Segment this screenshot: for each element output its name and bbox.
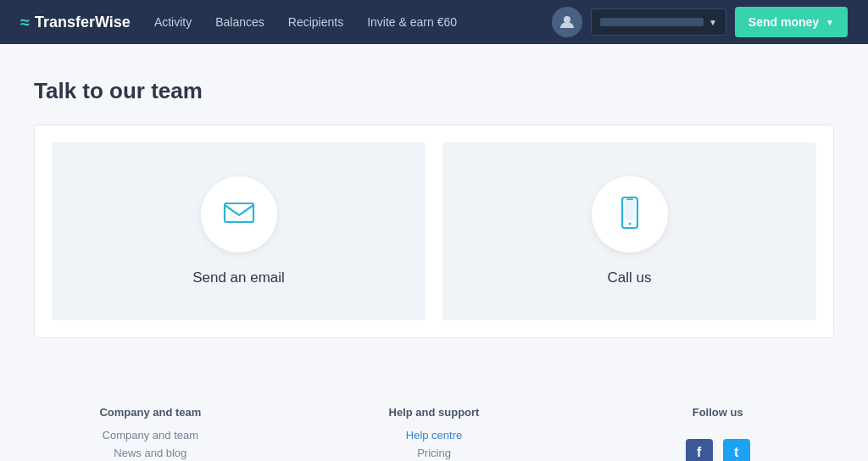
email-card-label: Send an email [192, 269, 285, 286]
social-icons: f t [686, 439, 750, 461]
brand-logo[interactable]: ≈ TransferWise [20, 13, 131, 32]
footer-col-social: Follow us f t [601, 406, 834, 461]
user-icon [559, 14, 576, 31]
footer-link-company-team[interactable]: Company and team [103, 429, 198, 442]
account-dropdown[interactable]: ▼ [591, 8, 726, 36]
avatar-button[interactable] [552, 7, 582, 37]
footer-grid: Company and team Company and team News a… [34, 406, 834, 461]
brand-icon: ≈ [20, 13, 30, 32]
dropdown-arrow-icon: ▼ [709, 18, 717, 27]
nav-balances[interactable]: Balances [215, 15, 264, 29]
svg-point-0 [564, 16, 570, 23]
footer-social-heading: Follow us [693, 406, 743, 419]
facebook-button[interactable]: f [686, 439, 713, 461]
footer-company-heading: Company and team [99, 406, 201, 419]
phone-icon-circle [592, 176, 668, 253]
email-icon-circle [201, 176, 277, 253]
email-card[interactable]: Send an email [52, 142, 426, 320]
nav-invite[interactable]: Invite & earn €60 [367, 15, 457, 29]
nav-activity[interactable]: Activity [154, 15, 192, 29]
twitter-icon: t [734, 445, 738, 460]
footer-col-company: Company and team Company and team News a… [34, 406, 267, 461]
twitter-button[interactable]: t [723, 439, 750, 461]
svg-rect-5 [626, 199, 633, 201]
send-money-button[interactable]: Send money ▼ [735, 7, 848, 37]
send-money-arrow-icon: ▼ [826, 18, 834, 27]
contact-container: Send an email Call us [34, 125, 834, 338]
page-title: Talk to our team [34, 78, 834, 104]
call-card-label: Call us [608, 269, 652, 286]
footer-link-pricing[interactable]: Pricing [417, 447, 451, 459]
svg-rect-1 [225, 203, 253, 222]
account-text [600, 18, 704, 26]
email-icon [220, 194, 258, 235]
footer-help-heading: Help and support [389, 406, 480, 419]
send-money-label: Send money [748, 15, 819, 29]
nav-recipients[interactable]: Recipients [288, 15, 343, 29]
navbar-right: ▼ Send money ▼ [552, 7, 848, 37]
svg-point-4 [628, 223, 631, 225]
footer-link-help-centre[interactable]: Help centre [406, 429, 462, 442]
brand-name: TransferWise [35, 14, 131, 31]
facebook-icon: f [697, 445, 701, 460]
footer: Company and team Company and team News a… [0, 380, 868, 461]
navbar: ≈ TransferWise Activity Balances Recipie… [0, 0, 868, 44]
footer-col-help: Help and support Help centre Pricing SWI… [318, 406, 551, 461]
svg-rect-3 [625, 200, 635, 220]
footer-link-news[interactable]: News and blog [114, 447, 186, 459]
call-card[interactable]: Call us [442, 142, 816, 320]
phone-icon [611, 194, 648, 235]
main-content: Talk to our team Send an email [0, 44, 868, 338]
